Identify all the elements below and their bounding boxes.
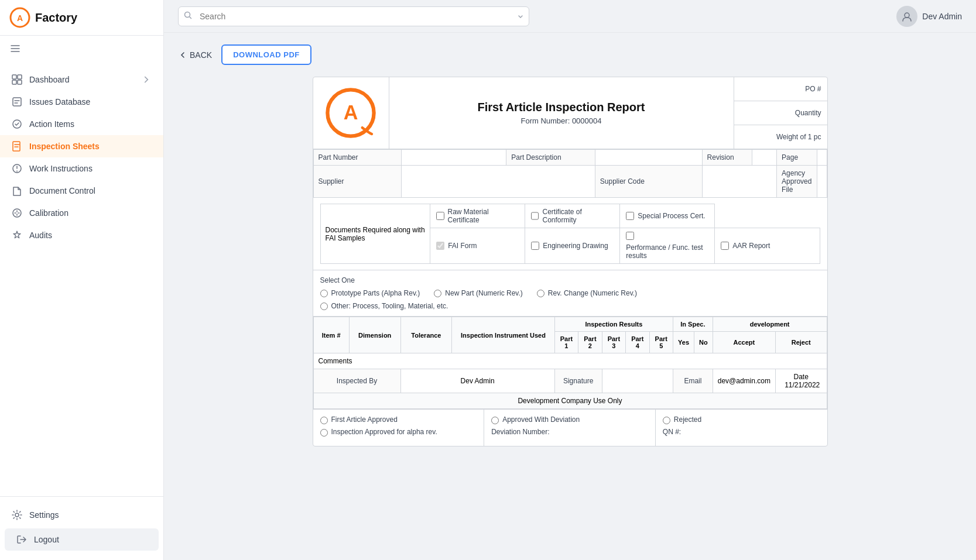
checkbox-raw-material: Raw Material Certificate [430,204,525,228]
po-label: PO # [734,77,827,101]
aar-report-checkbox[interactable] [721,242,729,250]
action-items-icon [12,119,22,129]
search-wrapper [178,6,529,26]
title-cell: First Article Inspection Report Form Num… [389,77,734,149]
dev-company-row: Development Company Use Only [313,393,827,409]
search-dropdown-icon[interactable] [518,11,523,22]
item-num-header: Item # [313,317,349,353]
back-button[interactable]: BACK [178,50,212,60]
download-pdf-button[interactable]: DOWNLOAD PDF [221,44,311,65]
sidebar: A Factory Dashboard Issues Dat [0,0,164,560]
fai-form-checkbox [436,242,444,250]
supplier-code-label: Supplier Code [595,166,702,198]
inspected-by-label: Inspected By [313,369,400,393]
rejected-radio[interactable] [663,417,670,424]
first-article-approved-label: First Article Approved [331,415,398,424]
inspection-approved-alpha-radio[interactable] [320,429,328,437]
revision-value [752,150,777,166]
first-article-approved-radio[interactable] [320,417,328,424]
rev-change-label: Rev. Change (Numeric Rev.) [548,289,637,297]
inspected-row: Inspected By Dev Admin Signature Email d… [313,369,827,393]
sidebar-item-label: Issues Database [29,97,90,106]
radio-rev-change: Rev. Change (Numeric Rev.) [537,289,637,297]
raw-material-checkbox[interactable] [436,212,444,220]
date-label-cell: Date 11/21/2022 [775,369,827,393]
sidebar-item-document-control[interactable]: Document Control [0,180,163,202]
special-process-checkbox[interactable] [626,212,634,220]
radio-new-part: New Part (Numeric Rev.) [434,289,522,297]
other-label: Other: Process, Tooling, Material, etc. [331,302,448,310]
page-value [817,150,827,166]
svg-text:A: A [344,101,358,123]
prototype-radio[interactable] [320,290,328,297]
select-one-title: Select One [320,276,820,284]
other-radio[interactable] [320,303,328,310]
supplier-value [401,166,595,198]
checkbox-engineering-drawing: Engineering Drawing [525,228,620,264]
app-name: Factory [35,11,77,25]
sidebar-item-label: Dashboard [29,75,70,84]
report-title: First Article Inspection Report [478,101,645,114]
email-label: Email [673,369,713,393]
sidebar-item-audits[interactable]: Audits [0,224,163,246]
inspection-table: Item # Dimension Tolerance Inspection In… [313,317,827,409]
sidebar-item-dashboard[interactable]: Dashboard [0,68,163,91]
svg-rect-2 [12,75,16,79]
sidebar-item-label: Calibration [29,208,69,218]
action-bar: BACK DOWNLOAD PDF [178,44,962,65]
sidebar-item-settings[interactable]: Settings [0,504,163,526]
form-number: Form Number: 0000004 [520,116,601,125]
approved-with-deviation-radio[interactable] [491,417,499,424]
supplier-code-value [702,166,777,198]
sidebar-item-inspection-sheets[interactable]: Inspection Sheets [0,135,163,157]
sidebar-bottom: Settings Logout [0,496,163,560]
docs-required-label: Documents Required along with FAI Sample… [320,204,430,264]
first-article-approved-item: First Article Approved [320,415,477,424]
new-part-label: New Part (Numeric Rev.) [445,289,522,297]
performance-checkbox[interactable] [626,232,634,240]
signature-value [602,369,673,393]
search-input[interactable] [178,6,529,26]
hamburger-button[interactable] [0,36,163,64]
rev-change-radio[interactable] [537,290,544,297]
approval-grid: First Article Approved Inspection Approv… [313,410,827,446]
engineering-drawing-checkbox[interactable] [531,242,539,250]
svg-rect-8 [13,142,20,151]
user-area[interactable]: Dev Admin [896,6,962,27]
sidebar-header: A Factory [0,0,163,36]
revision-label: Revision [702,150,752,166]
sidebar-item-work-instructions[interactable]: Work Instructions [0,157,163,180]
document-container: A First Article Inspection Report Form N… [313,77,828,446]
sidebar-item-calibration[interactable]: Calibration [0,202,163,224]
chevron-right-icon [141,74,152,85]
certificate-conformity-checkbox[interactable] [531,212,539,220]
new-part-radio[interactable] [434,290,441,297]
doc-header: A First Article Inspection Report Form N… [313,77,827,149]
radio-other: Other: Process, Tooling, Material, etc. [320,302,448,310]
sidebar-item-action-items[interactable]: Action Items [0,113,163,135]
inspection-results-header: Inspection Results [554,317,673,332]
no-header: No [694,332,713,353]
sidebar-item-label: Work Instructions [29,164,93,173]
svg-rect-6 [13,98,21,106]
work-instructions-icon [12,163,22,174]
user-name: Dev Admin [922,12,962,21]
sidebar-item-logout[interactable]: Logout [5,528,159,551]
part-description-value [595,150,702,166]
approval-cell-1: First Article Approved Inspection Approv… [313,410,485,446]
yes-header: Yes [673,332,694,353]
dashboard-icon [12,74,22,85]
content-area: BACK DOWNLOAD PDF A First Article Inspec… [164,33,976,560]
sidebar-item-label: Inspection Sheets [29,142,100,151]
inspection-approved-alpha-item: Inspection Approved for alpha rev. [320,428,477,437]
radio-row-2: Other: Process, Tooling, Material, etc. [320,302,820,310]
agency-approved-label: Agency Approved File [777,166,817,198]
issues-icon [12,97,22,107]
development-header: development [713,317,827,332]
svg-rect-3 [18,75,22,79]
checkbox-performance: Performance / Func. test results [620,228,715,264]
supplier-label: Supplier [313,166,401,198]
inspection-sheets-icon [12,141,22,152]
sidebar-item-issues-database[interactable]: Issues Database [0,91,163,113]
part-number-label: Part Number [313,150,401,166]
